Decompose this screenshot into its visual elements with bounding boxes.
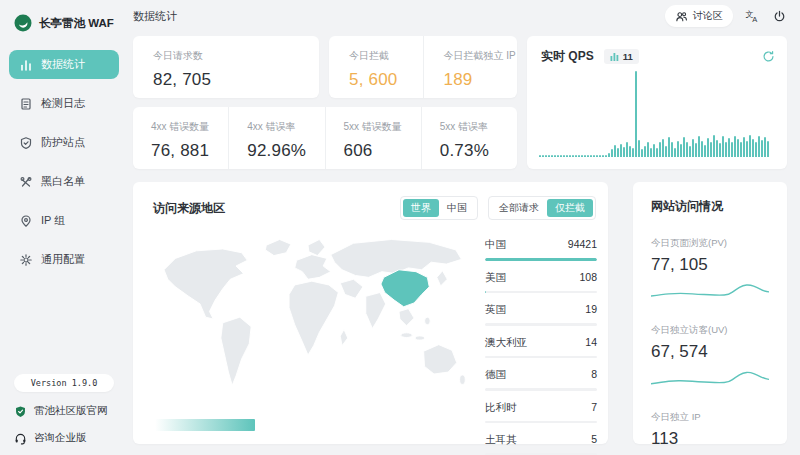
realtime-qps-card: 实时 QPS 11 [527,36,787,169]
sidebar-item-label: 黑白名单 [41,174,85,189]
scope-option-world[interactable]: 世界 [403,199,439,217]
qps-current-badge: 11 [604,49,639,64]
map-australia [424,345,457,374]
metric-label: 今日页面浏览(PV) [651,237,769,250]
sidebar-item-label: 数据统计 [41,57,85,72]
map-africa [289,281,338,355]
side-link-label: 雷池社区版官网 [34,404,108,418]
enterprise-consult-link[interactable]: 咨询企业版 [14,431,114,445]
blocks-today-card: 今日拦截 5, 600 今日拦截独立 IP 189 [329,36,517,98]
filter-option-all-requests[interactable]: 全部请求 [491,199,547,217]
metric-label: 今日独立访客(UV) [651,324,769,337]
sidebar-nav: 数据统计 检测日志 防护站点 黑白名单 IP 组 [0,50,128,274]
forum-button[interactable]: 讨论区 [665,5,733,27]
svg-text:A: A [752,15,757,23]
site-visits-card: 网站访问情况 今日页面浏览(PV) 77, 105 今日独立访客(UV) 67,… [633,182,787,444]
bar-chart-icon [19,58,33,72]
sidebar-footer: Version 1.9.0 雷池社区版官网 咨询企业版 [0,374,128,445]
requests-today-card: 今日请求数 82, 705 [133,36,319,98]
ip-metric: 今日独立 IP 113 [651,411,769,455]
community-site-link[interactable]: 雷池社区版官网 [14,404,114,418]
qps-current-value: 11 [623,51,633,62]
app-logo-icon [14,14,32,32]
map-new-zealand [460,375,466,384]
metric-label: 今日独立 IP [651,411,769,424]
stat-label: 今日请求数 [153,49,299,63]
stat-value: 82, 705 [153,70,299,90]
country-row: 英国19 [485,303,597,326]
sidebar-item-detect-logs[interactable]: 检测日志 [9,89,119,118]
country-bar [485,258,597,261]
scope-toggle-group: 世界 中国 [400,196,478,220]
page-title: 数据统计 [133,9,177,24]
sidebar-item-label: 通用配置 [41,252,85,267]
shield-check-icon [19,136,33,150]
qps-bar-chart [539,69,777,157]
mini-bars-icon [610,52,619,61]
world-map [143,230,473,410]
country-value: 7 [591,401,597,415]
country-name: 土耳其 [485,433,517,447]
sidebar-item-ip-groups[interactable]: IP 组 [9,206,119,235]
filter-option-blocked-only[interactable]: 仅拦截 [547,199,593,217]
country-name: 比利时 [485,401,517,415]
sidebar-item-label: 防护站点 [41,135,85,150]
access-source-title: 访问来源地区 [153,200,225,217]
country-value: 94421 [568,238,597,252]
logout-button[interactable] [771,8,788,25]
map-japan [437,271,447,286]
forum-button-label: 讨论区 [693,9,723,23]
history-refresh-icon[interactable] [762,50,775,63]
uv-sparkline [651,365,769,389]
stat-label: 4xx 错误数量 [151,120,228,134]
power-icon [773,10,786,23]
map-se-asia [399,309,414,326]
log-icon [19,97,33,111]
country-value: 19 [585,303,597,317]
qps-title: 实时 QPS [541,48,594,65]
stat-value: 0.73% [440,141,517,161]
stat-label: 5xx 错误数量 [344,120,421,134]
uv-metric: 今日独立访客(UV) 67, 574 [651,324,769,389]
scope-option-china[interactable]: 中国 [439,199,475,217]
language-toggle-button[interactable]: 文A [743,7,761,25]
map-middle-east [340,279,363,298]
map-china [381,270,429,307]
sidebar-item-general-config[interactable]: 通用配置 [9,245,119,274]
version-badge: Version 1.9.0 [14,374,114,392]
stat-label: 4xx 错误率 [247,120,324,134]
stat-value: 5, 600 [349,70,423,90]
app-logo-row: 长亭雷池 WAF [0,12,128,48]
country-row: 德国8 [485,368,597,391]
map-indonesia [401,333,412,338]
metric-value: 67, 574 [651,342,769,362]
sidebar-item-label: 检测日志 [41,96,85,111]
err-5xx-rate-stat: 5xx 错误率 0.73% [421,107,517,169]
users-icon [675,10,688,23]
map-indonesia [415,336,424,340]
stat-value: 92.96% [247,141,324,161]
country-value: 5 [591,433,597,447]
map-color-legend [155,419,255,431]
country-value: 8 [591,368,597,382]
err-5xx-count-stat: 5xx 错误数量 606 [325,107,421,169]
site-visits-title: 网站访问情况 [651,198,769,215]
metric-value: 77, 105 [651,255,769,275]
sidebar: 长亭雷池 WAF 数据统计 检测日志 防护站点 黑白名单 [0,0,128,455]
pv-sparkline [651,278,769,302]
error-stats-card: 4xx 错误数量 76, 881 4xx 错误率 92.96% 5xx 错误数量… [133,107,517,169]
map-toggles: 世界 中国 全部请求 仅拦截 [400,196,596,220]
sidebar-item-protected-sites[interactable]: 防护站点 [9,128,119,157]
stat-label: 今日拦截独立 IP [444,49,518,63]
ip-pin-icon [19,214,33,228]
sidebar-item-blackwhite-list[interactable]: 黑白名单 [9,167,119,196]
topbar-actions: 讨论区 文A [665,5,788,27]
country-name: 英国 [485,303,506,317]
filter-toggle-group: 全部请求 仅拦截 [488,196,596,220]
country-row: 土耳其5 [485,433,597,455]
country-value: 14 [585,336,597,350]
stat-label: 5xx 错误率 [440,120,517,134]
sidebar-item-data-stats[interactable]: 数据统计 [9,50,119,79]
map-scandinavia [308,239,325,255]
map-philippines [425,317,431,325]
